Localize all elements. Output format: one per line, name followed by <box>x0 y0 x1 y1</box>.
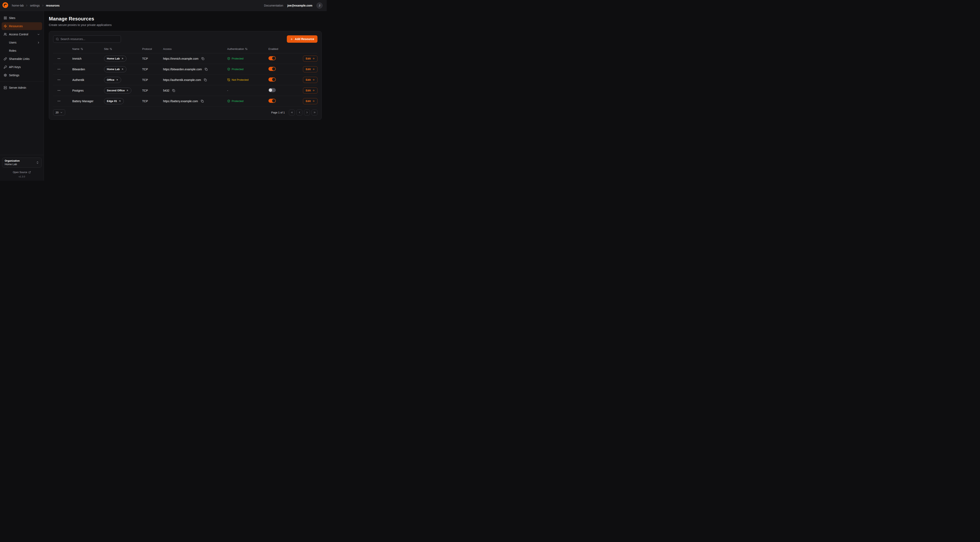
sort-icon <box>81 48 83 50</box>
sidebar: Sites Resources Access Control Users <box>0 11 44 181</box>
sidebar-item-server-admin[interactable]: Server Admin <box>2 84 42 92</box>
edit-button[interactable]: Edit <box>303 98 318 104</box>
site-link[interactable]: Second Office <box>104 88 131 94</box>
sidebar-item-settings[interactable]: Settings <box>2 71 42 79</box>
organization-label: Organization <box>5 159 20 162</box>
users-icon <box>4 33 7 36</box>
add-resource-button[interactable]: Add Resource <box>287 35 318 43</box>
organization-value: Home Lab <box>5 163 20 166</box>
site-link[interactable]: Edge 01 <box>104 98 124 104</box>
enabled-toggle[interactable] <box>269 67 276 71</box>
resource-protocol: TCP <box>142 57 163 60</box>
page-info: Page 1 of 1 <box>271 111 285 114</box>
app-version: v1.3.0 <box>2 175 42 178</box>
arrow-right-icon <box>312 68 315 70</box>
resource-access-url: https://authentik.example.com <box>163 78 201 81</box>
site-link[interactable]: Home Lab <box>104 56 126 62</box>
auth-status-label: Protected <box>232 68 243 71</box>
first-page-button[interactable] <box>289 110 295 115</box>
page-title: Manage Resources <box>49 16 322 22</box>
organization-picker[interactable]: Organization Home Lab <box>2 158 42 167</box>
arrow-right-icon <box>312 89 315 92</box>
breadcrumb-settings[interactable]: settings <box>30 4 40 7</box>
header-authentication[interactable]: Authentication <box>227 48 269 51</box>
edit-button[interactable]: Edit <box>303 56 318 62</box>
app-logo[interactable] <box>2 2 8 9</box>
shield-check-icon <box>227 99 230 103</box>
search-input[interactable] <box>60 37 118 41</box>
sidebar-item-label: Resources <box>9 24 23 28</box>
resource-access-url: https://immich.example.com <box>163 57 199 60</box>
documentation-link[interactable]: Documentation <box>264 4 283 7</box>
resource-access-url: https://battery.example.com <box>163 99 198 103</box>
copy-icon[interactable] <box>171 88 176 93</box>
row-actions-button[interactable] <box>56 77 62 83</box>
sidebar-item-roles[interactable]: Roles <box>2 47 42 54</box>
search-box <box>53 35 121 43</box>
last-page-button[interactable] <box>312 110 318 115</box>
header-site[interactable]: Site <box>104 48 142 51</box>
arrow-up-right-icon <box>126 89 129 92</box>
row-actions-button[interactable] <box>56 88 62 93</box>
sidebar-item-shareable-links[interactable]: Shareable Links <box>2 55 42 63</box>
sidebar-item-label: Access Control <box>9 33 28 36</box>
copy-icon[interactable] <box>200 56 205 61</box>
arrow-up-right-icon <box>121 68 124 70</box>
table-row: Postgres Second Office TCP 5432 - Edit <box>53 85 318 96</box>
breadcrumb-resources[interactable]: resources <box>46 4 60 7</box>
open-source-link[interactable]: Open Source <box>2 171 42 174</box>
copy-icon[interactable] <box>204 67 208 72</box>
resource-name: Bitwarden <box>72 68 104 71</box>
resource-protocol: TCP <box>142 68 163 71</box>
arrow-right-icon <box>312 100 315 102</box>
shield-check-icon <box>227 57 230 60</box>
avatar[interactable]: J <box>317 2 323 9</box>
enabled-toggle[interactable] <box>269 78 276 81</box>
breadcrumb-home-lab[interactable]: home-lab <box>12 4 24 7</box>
header-protocol: Protocol <box>142 48 163 51</box>
edit-button[interactable]: Edit <box>303 77 318 83</box>
page-size-select[interactable]: 20 <box>53 109 65 115</box>
previous-page-button[interactable] <box>296 110 302 115</box>
edit-button[interactable]: Edit <box>303 66 318 72</box>
auth-status-label: Protected <box>232 57 243 60</box>
site-link[interactable]: Home Lab <box>104 66 126 72</box>
main-content: Manage Resources Create secure proxies t… <box>44 11 327 181</box>
sidebar-item-sites[interactable]: Sites <box>2 14 42 22</box>
enabled-toggle[interactable] <box>269 56 276 60</box>
shield-check-icon <box>227 68 230 71</box>
auth-status-label: Not Protected <box>232 78 249 81</box>
external-link-icon <box>29 171 31 174</box>
user-email[interactable]: joe@example.com <box>287 4 312 7</box>
row-actions-button[interactable] <box>56 56 62 62</box>
layout-grid-icon <box>4 16 7 20</box>
sidebar-item-label: Settings <box>9 73 19 77</box>
edit-button[interactable]: Edit <box>303 88 318 94</box>
resource-name: Battery Manager <box>72 99 104 103</box>
resource-name: Immich <box>72 57 104 60</box>
sidebar-item-api-keys[interactable]: API Keys <box>2 63 42 71</box>
enabled-toggle[interactable] <box>269 88 276 92</box>
header-access: Access <box>163 48 227 51</box>
row-actions-button[interactable] <box>56 98 62 104</box>
header-name[interactable]: Name <box>72 48 104 51</box>
enabled-toggle[interactable] <box>269 99 276 103</box>
shield-off-icon <box>227 78 230 81</box>
arrow-right-icon <box>312 78 315 81</box>
sidebar-item-resources[interactable]: Resources <box>2 22 42 30</box>
sidebar-item-users[interactable]: Users <box>2 38 42 46</box>
sidebar-item-access-control[interactable]: Access Control <box>2 30 42 38</box>
row-actions-button[interactable] <box>56 67 62 72</box>
site-link[interactable]: Office <box>104 77 121 83</box>
arrow-up-right-icon <box>116 79 118 81</box>
auth-status-badge: Protected <box>227 57 269 60</box>
chevron-right-icon <box>41 4 45 7</box>
copy-icon[interactable] <box>203 78 208 82</box>
page-size-value: 20 <box>56 111 59 114</box>
server-icon <box>4 86 7 89</box>
copy-icon[interactable] <box>200 99 205 104</box>
table-row: Immich Home Lab TCP https://immich.examp… <box>53 53 318 64</box>
sort-icon <box>245 48 248 50</box>
auth-status-label: Protected <box>232 99 243 103</box>
next-page-button[interactable] <box>304 110 310 115</box>
